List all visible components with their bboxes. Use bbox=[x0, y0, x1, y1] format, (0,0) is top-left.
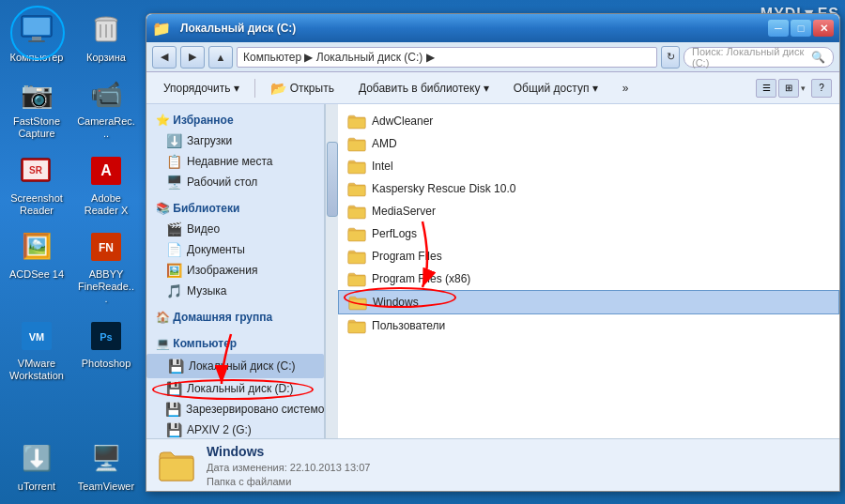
desktop-icon-adobe[interactable]: A AdobeReader X bbox=[73, 148, 139, 221]
nav-images[interactable]: 🖼️ Изображения bbox=[146, 260, 324, 281]
organize-button[interactable]: Упорядочить ▾ bbox=[154, 76, 249, 100]
view-tiles-button[interactable]: ⊞ bbox=[778, 79, 799, 98]
scrollbar-thumb[interactable] bbox=[327, 142, 338, 217]
svg-text:FN: FN bbox=[99, 241, 114, 254]
nav-arhiv[interactable]: 💾 АРХIV 2 (G:) bbox=[146, 420, 324, 438]
nav-downloads[interactable]: ⬇️ Загрузки bbox=[146, 130, 324, 151]
more-label: » bbox=[622, 82, 629, 95]
screenshot-icon: SR bbox=[18, 152, 55, 190]
camerec-icon-label: CameraRec... bbox=[77, 115, 135, 140]
status-name: Windows bbox=[207, 444, 370, 459]
folder-icon-program-files-x86 bbox=[347, 270, 366, 287]
desktop-icon-torrent[interactable]: ⬇️ uTorrent bbox=[4, 436, 69, 496]
svg-rect-2 bbox=[32, 37, 41, 40]
view-controls: ☰ ⊞ ▾ ? bbox=[756, 79, 832, 98]
view-list-button[interactable]: ☰ bbox=[756, 79, 776, 98]
svg-rect-1 bbox=[23, 18, 50, 35]
nav-recent[interactable]: 📋 Недавние места bbox=[146, 151, 324, 172]
file-adwcleaner[interactable]: AdwCleaner bbox=[338, 110, 839, 132]
photoshop-icon-label: Photoshop bbox=[82, 358, 131, 370]
address-path[interactable]: Компьютер ▶ Локальный диск (C:) ▶ bbox=[237, 47, 657, 68]
teamviewer-icon-label: TeamViewer bbox=[78, 481, 134, 493]
help-button[interactable]: ? bbox=[811, 79, 832, 98]
local-c-icon: 💾 bbox=[167, 359, 184, 374]
status-info: Windows Дата изменения: 22.10.2013 13:07… bbox=[207, 444, 370, 487]
share-button[interactable]: Общий доступ ▾ bbox=[504, 76, 607, 100]
folder-icon-kaspersky bbox=[347, 180, 366, 197]
nav-local-c[interactable]: 💾 Локальный диск (C:) bbox=[146, 354, 324, 378]
file-intel[interactable]: Intel bbox=[338, 155, 839, 177]
abbyy-icon-label: ABBYYFineReade... bbox=[77, 268, 135, 306]
toolbar: Упорядочить ▾ 📂 Открыть Добавить в библи… bbox=[146, 72, 839, 104]
forward-button[interactable]: ▶ bbox=[180, 46, 205, 69]
faststone-icon-label: FastStoneCapture bbox=[13, 115, 60, 140]
file-windows[interactable]: Windows bbox=[338, 290, 839, 314]
address-path-text: Компьютер ▶ Локальный диск (C:) ▶ bbox=[243, 51, 435, 64]
abbyy-icon: FN bbox=[87, 228, 125, 266]
search-placeholder: Поиск: Локальный диск (C:) bbox=[692, 46, 811, 69]
more-button[interactable]: » bbox=[613, 76, 638, 100]
folder-icon-adwcleaner bbox=[347, 113, 366, 130]
nav-local-d[interactable]: 💾 Локальный диск (D:) bbox=[146, 378, 324, 399]
svg-rect-3 bbox=[28, 40, 45, 42]
title-bar: 📁 Локальный диск (C:) ─ □ ✕ bbox=[146, 14, 839, 42]
svg-rect-22 bbox=[348, 140, 365, 150]
computer-icon bbox=[18, 11, 55, 49]
back-button[interactable]: ◀ bbox=[152, 46, 177, 69]
torrent-icon: ⬇️ bbox=[18, 440, 55, 478]
desktop-icon-faststone[interactable]: 📷 FastStoneCapture bbox=[4, 71, 69, 144]
desktop-icon-photoshop[interactable]: Ps Photoshop bbox=[73, 313, 139, 386]
desktop-icon-screenshot[interactable]: SR ScreenshotReader bbox=[4, 148, 69, 221]
desktop-icon-teamviewer[interactable]: 🖥️ TeamViewer bbox=[73, 436, 139, 496]
file-kaspersky[interactable]: Kaspersky Rescue Disk 10.0 bbox=[338, 177, 839, 200]
svg-rect-0 bbox=[22, 16, 52, 37]
file-mediaserver[interactable]: MediaServer bbox=[338, 200, 839, 222]
desktop-icon-camerec[interactable]: 📹 CameraRec... bbox=[73, 71, 139, 144]
svg-rect-32 bbox=[160, 458, 193, 481]
desktop-icon-trash[interactable]: Корзина bbox=[73, 8, 139, 68]
svg-rect-25 bbox=[348, 207, 365, 218]
file-program-files[interactable]: Program Files bbox=[338, 245, 839, 267]
svg-rect-26 bbox=[348, 230, 365, 240]
up-button[interactable]: ▲ bbox=[208, 46, 233, 69]
nav-homegroup-header[interactable]: 🏠 Домашняя группа bbox=[146, 307, 324, 328]
view-dropdown-icon[interactable]: ▾ bbox=[801, 84, 806, 93]
file-amd[interactable]: AMD bbox=[338, 132, 839, 155]
acdsee-icon: 🖼️ bbox=[18, 228, 55, 266]
svg-rect-28 bbox=[348, 275, 365, 285]
refresh-button[interactable]: ↻ bbox=[661, 46, 680, 69]
nav-docs[interactable]: 📄 Документы bbox=[146, 239, 324, 260]
svg-rect-21 bbox=[348, 117, 365, 128]
faststone-icon: 📷 bbox=[18, 75, 55, 113]
nav-desktop[interactable]: 🖥️ Рабочий стол bbox=[146, 172, 324, 192]
nav-computer-header[interactable]: 💻 Компьютер bbox=[146, 333, 324, 354]
nav-music[interactable]: 🎵 Музыка bbox=[146, 281, 324, 301]
local-d-icon: 💾 bbox=[165, 381, 182, 396]
open-label: Открыть bbox=[290, 82, 334, 95]
open-button[interactable]: 📂 Открыть bbox=[261, 76, 344, 100]
nav-reserved[interactable]: 💾 Зарезервировано системой (F:) bbox=[146, 399, 324, 420]
folder-icon-mediaserver bbox=[347, 203, 366, 220]
nav-video[interactable]: 🎬 Видео bbox=[146, 219, 324, 239]
nav-libraries-header[interactable]: 📚 Библиотеки bbox=[146, 198, 324, 219]
search-box[interactable]: Поиск: Локальный диск (C:) 🔍 bbox=[684, 47, 834, 68]
svg-rect-23 bbox=[348, 162, 365, 173]
desktop-icon-computer[interactable]: Компьютер bbox=[4, 8, 69, 68]
folder-icon-amd bbox=[347, 135, 366, 152]
desktop-icon-acdsee[interactable]: 🖼️ ACDSee 14 bbox=[4, 224, 69, 310]
file-program-files-x86[interactable]: Program Files (x86) bbox=[338, 267, 839, 290]
content-area: ⭐ Избранное ⬇️ Загрузки 📋 Недавние места… bbox=[146, 104, 839, 438]
add-library-button[interactable]: Добавить в библиотеку ▾ bbox=[349, 76, 499, 100]
vmware-icon: VM bbox=[18, 317, 55, 355]
desktop-icon-abbyy[interactable]: FN ABBYYFineReade... bbox=[73, 224, 139, 310]
adobe-icon-label: AdobeReader X bbox=[84, 192, 128, 217]
nav-panel: ⭐ Избранное ⬇️ Загрузки 📋 Недавние места… bbox=[146, 104, 325, 438]
desktop-icon-vmware[interactable]: VM VMwareWorkstation bbox=[4, 313, 69, 386]
file-polzovateli[interactable]: Пользователи bbox=[338, 314, 839, 337]
minimize-button[interactable]: ─ bbox=[768, 20, 789, 37]
maximize-button[interactable]: □ bbox=[791, 20, 811, 37]
scrollbar-track[interactable] bbox=[325, 104, 338, 438]
nav-favorites-header[interactable]: ⭐ Избранное bbox=[146, 110, 324, 130]
file-perflogs[interactable]: PerfLogs bbox=[338, 222, 839, 245]
close-button[interactable]: ✕ bbox=[813, 20, 834, 37]
